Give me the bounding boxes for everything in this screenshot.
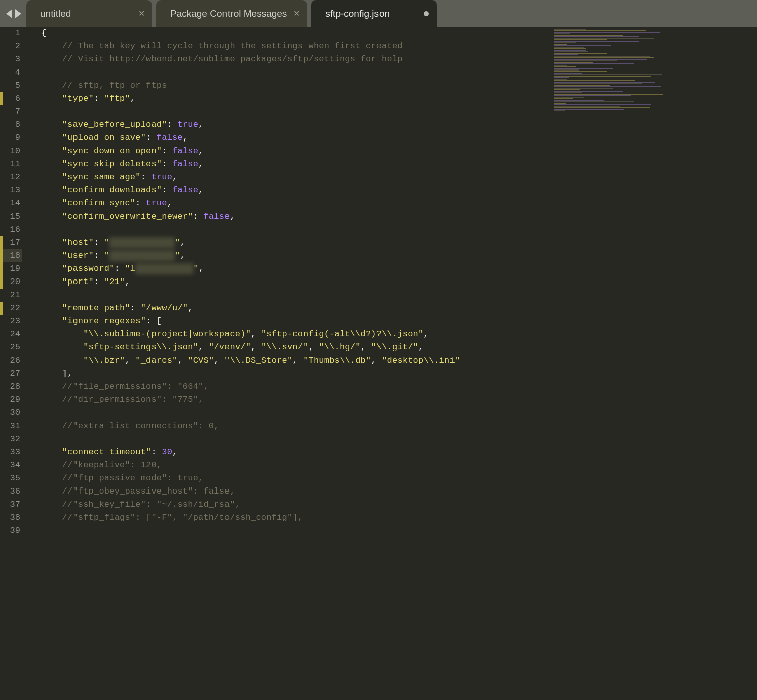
code-line: //"file_permissions": "664", xyxy=(41,380,552,393)
code-line: //"extra_list_connections": 0, xyxy=(41,419,552,433)
line-number: 29 xyxy=(0,393,22,406)
code-line: // Visit http://wbond.net/sublime_packag… xyxy=(41,53,552,66)
line-number: 20 xyxy=(0,275,22,289)
line-number: 17 xyxy=(0,236,22,249)
code-line xyxy=(41,524,552,537)
nav-left-icon[interactable] xyxy=(6,9,12,18)
line-number: 10 xyxy=(0,145,22,158)
line-number: 9 xyxy=(0,131,22,145)
line-number: 26 xyxy=(0,354,22,367)
modified-line-marker xyxy=(0,275,3,289)
code-line: "sync_down_on_open": false, xyxy=(41,145,552,158)
code-line: //"ssh_key_file": "~/.ssh/id_rsa", xyxy=(41,498,552,511)
code-line: //"keepalive": 120, xyxy=(41,459,552,472)
code-line: "confirm_downloads": false, xyxy=(41,184,552,197)
line-number: 5 xyxy=(0,79,22,92)
code-line: //"sftp_flags": ["-F", "/path/to/ssh_con… xyxy=(41,511,552,524)
code-line: "user": "", xyxy=(41,249,552,262)
line-number: 7 xyxy=(0,105,22,118)
line-number: 15 xyxy=(0,210,22,223)
modified-line-marker xyxy=(0,92,3,105)
line-number: 31 xyxy=(0,419,22,433)
tab-nav-arrows xyxy=(0,0,26,27)
line-number: 19 xyxy=(0,262,22,275)
modified-line-marker xyxy=(0,236,3,249)
line-number: 25 xyxy=(0,341,22,354)
line-number: 18 xyxy=(0,249,22,262)
code-line: "password": "l", xyxy=(41,262,552,275)
line-number: 36 xyxy=(0,485,22,498)
line-number: 27 xyxy=(0,367,22,380)
code-line: //"ftp_passive_mode": true, xyxy=(41,472,552,485)
editor-area: 1234567891011121314151617181920212223242… xyxy=(0,27,757,700)
line-number: 30 xyxy=(0,406,22,419)
code-line: // sftp, ftp or ftps xyxy=(41,79,552,92)
line-number: 14 xyxy=(0,197,22,210)
code-line: "\\.sublime-(project|workspace)", "sftp-… xyxy=(41,328,552,341)
minimap[interactable] xyxy=(552,27,757,700)
code-line: //"ftp_obey_passive_host": false, xyxy=(41,485,552,498)
modified-line-marker xyxy=(0,249,3,262)
tab-bar: untitled ✕ Package Control Messages ✕ sf… xyxy=(0,0,757,27)
nav-right-icon[interactable] xyxy=(15,9,21,18)
line-number: 34 xyxy=(0,459,22,472)
line-number-gutter[interactable]: 1234567891011121314151617181920212223242… xyxy=(0,27,29,700)
line-number: 38 xyxy=(0,511,22,524)
code-line: "save_before_upload": true, xyxy=(41,118,552,131)
modified-line-marker xyxy=(0,262,3,275)
line-number: 23 xyxy=(0,315,22,328)
line-number: 22 xyxy=(0,302,22,315)
tab-label: Package Control Messages xyxy=(170,8,287,19)
code-line: "remote_path": "/www/u/", xyxy=(41,302,552,315)
close-icon[interactable]: ✕ xyxy=(293,10,300,18)
line-number: 21 xyxy=(0,289,22,302)
code-line: // The tab key will cycle through the se… xyxy=(41,40,552,53)
code-line: "port": "21", xyxy=(41,275,552,289)
code-line: "upload_on_save": false, xyxy=(41,131,552,145)
code-line: "sync_skip_deletes": false, xyxy=(41,158,552,171)
tab-package-control-messages[interactable]: Package Control Messages ✕ xyxy=(156,0,307,27)
code-line xyxy=(41,406,552,419)
line-number: 32 xyxy=(0,433,22,446)
line-number: 1 xyxy=(0,27,22,40)
line-number: 4 xyxy=(0,66,22,79)
dirty-indicator-icon xyxy=(424,11,429,16)
line-number: 37 xyxy=(0,498,22,511)
close-icon[interactable]: ✕ xyxy=(138,10,145,18)
line-number: 24 xyxy=(0,328,22,341)
code-line xyxy=(41,289,552,302)
line-number: 2 xyxy=(0,40,22,53)
code-line: "sync_same_age": true, xyxy=(41,171,552,184)
line-number: 13 xyxy=(0,184,22,197)
code-line: "confirm_overwrite_newer": false, xyxy=(41,210,552,223)
line-number: 11 xyxy=(0,158,22,171)
code-line: "\\.bzr", "_darcs", "CVS", "\\.DS_Store"… xyxy=(41,354,552,367)
line-number: 35 xyxy=(0,472,22,485)
code-line xyxy=(41,105,552,118)
code-line xyxy=(41,223,552,236)
code-line xyxy=(41,66,552,79)
tab-label: untitled xyxy=(40,8,71,19)
code-line: { xyxy=(41,27,552,40)
line-number: 28 xyxy=(0,380,22,393)
tab-label: sftp-config.json xyxy=(325,8,390,19)
code-area[interactable]: { // The tab key will cycle through the … xyxy=(29,27,552,700)
code-line xyxy=(41,433,552,446)
code-line: "type": "ftp", xyxy=(41,92,552,105)
tab-sftp-config[interactable]: sftp-config.json xyxy=(311,0,437,27)
modified-line-marker xyxy=(0,302,3,315)
tabbar-background xyxy=(441,0,757,27)
code-line: "ignore_regexes": [ xyxy=(41,315,552,328)
line-number: 6 xyxy=(0,92,22,105)
code-line: "confirm_sync": true, xyxy=(41,197,552,210)
code-line: "sftp-settings\\.json", "/venv/", "\\.sv… xyxy=(41,341,552,354)
code-line: "connect_timeout": 30, xyxy=(41,446,552,459)
line-number: 39 xyxy=(0,524,22,537)
code-line: "host": "", xyxy=(41,236,552,249)
line-number: 16 xyxy=(0,223,22,236)
code-line: //"dir_permissions": "775", xyxy=(41,393,552,406)
tab-untitled[interactable]: untitled ✕ xyxy=(26,0,152,27)
line-number: 33 xyxy=(0,446,22,459)
line-number: 12 xyxy=(0,171,22,184)
line-number: 8 xyxy=(0,118,22,131)
